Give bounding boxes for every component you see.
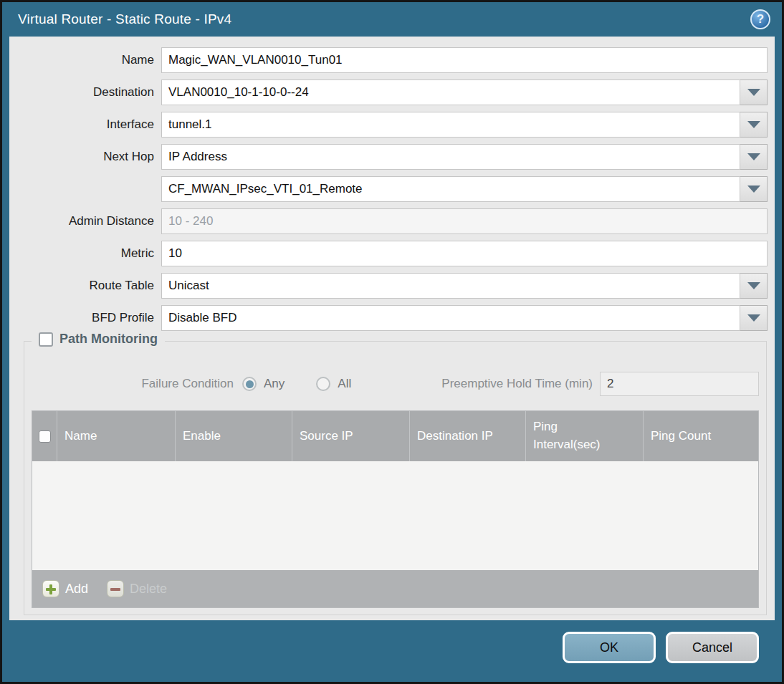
column-header-source-ip[interactable]: Source IP: [292, 411, 409, 461]
interface-field-row: Interface: [9, 112, 768, 138]
next-hop-address-row: [9, 176, 768, 202]
destination-input[interactable]: [161, 80, 740, 105]
destination-dropdown-button[interactable]: [740, 80, 768, 105]
bfd-profile-field-row: BFD Profile: [9, 305, 768, 331]
cancel-button[interactable]: Cancel: [666, 632, 759, 663]
dialog-title: Virtual Router - Static Route - IPv4: [18, 11, 750, 27]
route-table-field-row: Route Table: [9, 273, 768, 299]
metric-input[interactable]: [161, 241, 768, 266]
bfd-profile-input[interactable]: [161, 305, 740, 331]
admin-distance-field-row: Admin Distance: [9, 208, 768, 234]
failure-condition-radio-group: Any All: [242, 377, 351, 391]
interface-label: Interface: [9, 117, 154, 132]
table-header: Name Enable Source IP Destination IP Pin…: [32, 411, 758, 461]
route-table-label: Route Table: [9, 279, 154, 293]
add-button[interactable]: Add: [42, 580, 88, 597]
select-all-cell: [32, 411, 57, 461]
route-table-dropdown-button[interactable]: [740, 273, 768, 299]
chevron-down-icon: [747, 89, 760, 96]
column-header-name[interactable]: Name: [57, 411, 175, 461]
next-hop-address-dropdown-button[interactable]: [740, 176, 768, 202]
title-bar: Virtual Router - Static Route - IPv4 ?: [2, 2, 782, 37]
path-monitoring-options: Failure Condition Any All Preemptive Hol…: [32, 372, 759, 396]
name-label: Name: [9, 53, 154, 67]
add-button-label: Add: [65, 582, 88, 597]
next-hop-dropdown-button[interactable]: [740, 144, 768, 170]
radio-any-label: Any: [264, 377, 285, 391]
minus-icon: [107, 580, 124, 597]
radio-all-circle[interactable]: [316, 377, 330, 391]
chevron-down-icon: [747, 186, 760, 193]
radio-all-label: All: [338, 377, 351, 391]
next-hop-address-input[interactable]: [161, 176, 740, 202]
radio-any-circle[interactable]: [242, 377, 257, 391]
interface-input[interactable]: [161, 112, 740, 138]
failure-condition-label: Failure Condition: [32, 377, 234, 391]
next-hop-type-input[interactable]: [161, 144, 740, 170]
help-icon[interactable]: ?: [750, 9, 770, 29]
destination-field-row: Destination: [9, 80, 768, 105]
path-monitoring-checkbox[interactable]: [39, 332, 53, 347]
interface-dropdown-button[interactable]: [740, 112, 768, 138]
bfd-profile-label: BFD Profile: [9, 311, 154, 325]
preemptive-hold-input[interactable]: [600, 372, 759, 396]
path-monitor-table: Name Enable Source IP Destination IP Pin…: [32, 410, 759, 608]
bfd-profile-dropdown-button[interactable]: [740, 305, 768, 331]
next-hop-label: Next Hop: [9, 150, 154, 164]
admin-distance-input[interactable]: [161, 208, 768, 234]
plus-icon: [42, 580, 59, 597]
name-input[interactable]: [161, 47, 768, 73]
preemptive-hold-group: Preemptive Hold Time (min): [441, 372, 759, 396]
route-table-input[interactable]: [161, 273, 740, 299]
path-monitoring-legend: Path Monitoring: [32, 332, 165, 347]
radio-all[interactable]: All: [316, 377, 351, 391]
dialog-footer: OK Cancel: [2, 620, 782, 682]
name-field-row: Name: [9, 47, 768, 73]
destination-label: Destination: [9, 85, 154, 100]
dialog-body: Name Destination Interface Next Hop: [9, 37, 775, 620]
ok-button[interactable]: OK: [563, 632, 656, 663]
static-route-dialog: Virtual Router - Static Route - IPv4 ? N…: [0, 0, 784, 684]
column-header-destination-ip[interactable]: Destination IP: [409, 411, 525, 461]
delete-button-label: Delete: [130, 582, 167, 597]
column-header-enable[interactable]: Enable: [175, 411, 292, 461]
table-toolbar: Add Delete: [32, 570, 758, 607]
column-header-ping-count[interactable]: Ping Count: [643, 411, 758, 461]
chevron-down-icon: [747, 121, 760, 128]
delete-button[interactable]: Delete: [107, 580, 167, 597]
table-body-empty: [32, 461, 758, 570]
chevron-down-icon: [747, 282, 760, 289]
radio-any[interactable]: Any: [242, 377, 285, 391]
metric-label: Metric: [9, 246, 154, 261]
chevron-down-icon: [747, 153, 760, 160]
next-hop-field-row: Next Hop: [9, 144, 768, 170]
chevron-down-icon: [747, 314, 760, 322]
path-monitoring-section: Path Monitoring Failure Condition Any Al…: [24, 341, 767, 615]
select-all-checkbox[interactable]: [39, 430, 51, 443]
metric-field-row: Metric: [9, 241, 768, 266]
preemptive-hold-label: Preemptive Hold Time (min): [441, 377, 593, 391]
path-monitoring-title: Path Monitoring: [59, 332, 158, 347]
admin-distance-label: Admin Distance: [9, 214, 154, 228]
column-header-ping-interval[interactable]: Ping Interval(sec): [525, 411, 643, 461]
